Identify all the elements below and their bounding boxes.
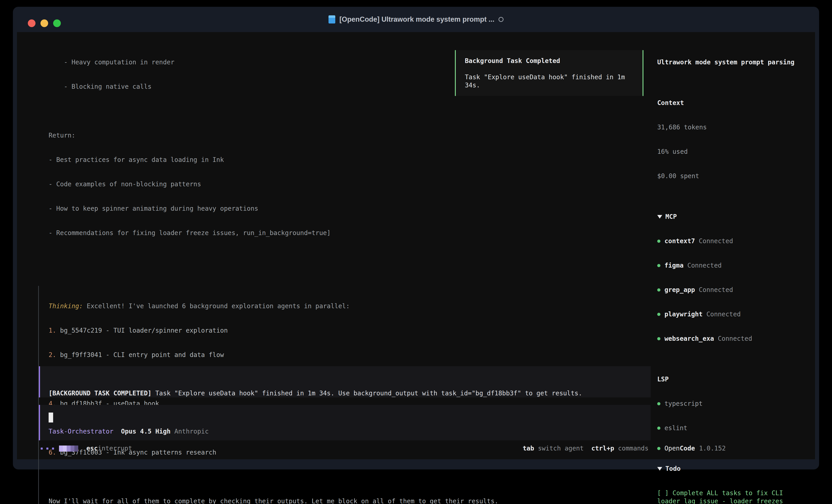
- spinner-bar-icon: [59, 446, 78, 452]
- background-task-completed-message: [BACKGROUND TASK COMPLETED] Task "Explor…: [39, 366, 651, 397]
- blank-line: [49, 253, 498, 261]
- thinking-intro: Thinking: Excellent! I've launched 6 bac…: [49, 302, 498, 310]
- mcp-item: figma Connected: [657, 261, 807, 270]
- todo-section-heading[interactable]: Todo: [657, 465, 807, 473]
- status-dot-icon: [657, 264, 660, 267]
- mcp-item: context7 Connected: [657, 237, 807, 245]
- thinking-label: Thinking:: [49, 302, 83, 310]
- collapse-triangle-icon: [657, 215, 662, 219]
- background-task-notification: Background Task Completed Task "Explore …: [455, 50, 644, 96]
- mcp-item: websearch_exa Connected: [657, 335, 807, 343]
- terminal-viewport[interactable]: - Heavy computation in render - Blocking…: [17, 32, 815, 459]
- sidebar: Ultrawork mode system prompt parsing Con…: [657, 42, 807, 504]
- blank-line: [49, 473, 498, 481]
- input-agent-line: Task-Orchestrator Opus 4.5 High Anthropi…: [49, 427, 209, 436]
- status-dot-icon: [657, 402, 660, 405]
- notification-body: Task "Explore useData hook" finished in …: [465, 73, 643, 81]
- version-number: 1.0.152: [699, 444, 726, 452]
- prompt-input[interactable]: Task-Orchestrator Opus 4.5 High Anthropi…: [39, 405, 651, 440]
- todo-item: [ ] Complete ALL tasks to fix CLI loader…: [657, 489, 807, 504]
- ctrlp-key-label: commands: [618, 444, 648, 452]
- mcp-item: playwright Connected: [657, 310, 807, 318]
- thinking-item: 1. bg_5547c219 - TUI loader/spinner expl…: [49, 327, 498, 335]
- context-heading: Context: [657, 99, 807, 107]
- esc-key-hint: esc: [86, 444, 98, 452]
- lsp-item: eslint: [657, 424, 807, 432]
- context-tokens: 31,686 tokens: [657, 123, 807, 132]
- context-spent: $0.00 spent: [657, 172, 807, 180]
- esc-key-label: interrupt: [98, 444, 132, 452]
- lsp-section-heading: LSP: [657, 375, 807, 384]
- spinner-dots-icon: [41, 448, 54, 450]
- status-dot-icon: [657, 447, 660, 450]
- thinking-outro: Now I'll wait for all of them to complet…: [49, 497, 498, 504]
- ctrlp-key-hint: ctrl+p: [591, 444, 614, 452]
- tool-result-line: - Heavy computation in render: [49, 58, 498, 66]
- mcp-section-heading[interactable]: MCP: [657, 213, 807, 221]
- statusbar-right: tab switch agent ctrl+p commands: [523, 444, 648, 453]
- blank-line: [49, 107, 498, 115]
- mcp-item: grep_app Connected: [657, 286, 807, 294]
- input-provider-name: Anthropic: [174, 428, 209, 435]
- status-dot-icon: [657, 337, 660, 340]
- app-version-footer: OpenCode 1.0.152: [657, 444, 726, 453]
- thinking-item: 2. bg_f9ff3041 - CLI entry point and dat…: [49, 351, 498, 359]
- completed-message-line: [BACKGROUND TASK COMPLETED] Task "Explor…: [49, 389, 651, 397]
- tool-result-line: - Best practices for async data loading …: [49, 156, 498, 164]
- progress-ring-icon: [498, 17, 503, 22]
- titlebar: [OpenCode] Ultrawork mode system prompt …: [13, 7, 819, 32]
- document-icon: [329, 16, 335, 24]
- tool-result-line: - How to keep spinner animating during h…: [49, 204, 498, 213]
- tool-result-line: - Recommendations for fixing loader free…: [49, 229, 498, 237]
- lsp-item: typescript: [657, 400, 807, 408]
- input-model-name[interactable]: Opus 4.5 High: [121, 428, 171, 435]
- status-dot-icon: [657, 240, 660, 243]
- brand-name: Open: [665, 444, 680, 452]
- window-title-text: [OpenCode] Ultrawork mode system prompt …: [339, 16, 494, 24]
- tool-result-line: Return:: [49, 132, 498, 140]
- app-window: [OpenCode] Ultrawork mode system prompt …: [13, 7, 819, 470]
- input-agent-name[interactable]: Task-Orchestrator: [49, 428, 113, 435]
- tab-key-label: switch agent: [538, 444, 583, 452]
- status-dot-icon: [657, 426, 660, 430]
- session-title: Ultrawork mode system prompt parsing: [657, 58, 807, 66]
- tool-result-line: - Blocking native calls: [49, 83, 498, 91]
- text-cursor: [49, 413, 53, 422]
- status-dot-icon: [657, 288, 660, 291]
- tool-result-line: - Code examples of non-blocking patterns: [49, 180, 498, 188]
- statusbar-left: esc interrupt: [41, 444, 132, 453]
- window-title: [OpenCode] Ultrawork mode system prompt …: [13, 7, 819, 32]
- tab-key-hint: tab: [523, 444, 534, 452]
- context-used: 16% used: [657, 148, 807, 156]
- notification-title: Background Task Completed: [465, 57, 643, 65]
- status-dot-icon: [657, 313, 660, 316]
- collapse-triangle-icon: [657, 467, 662, 471]
